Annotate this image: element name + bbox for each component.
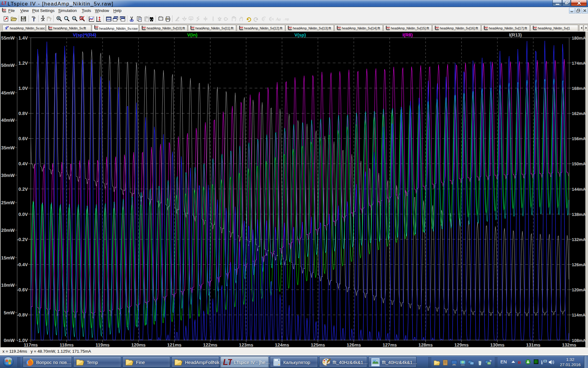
svg-text:LT: LT [223, 358, 232, 367]
svg-text:0.6V: 0.6V [18, 136, 28, 141]
svg-text:125ms: 125ms [311, 343, 325, 347]
svg-text:V(sp): V(sp) [294, 33, 306, 38]
svg-text:168mA: 168mA [572, 86, 586, 91]
svg-text:55mW: 55mW [1, 36, 15, 41]
svg-text:LT: LT [2, 1, 6, 5]
svg-text:0.0V: 0.0V [18, 212, 28, 217]
svg-text:A: A [190, 17, 192, 20]
svg-text:40mW: 40mW [1, 118, 15, 123]
svg-text:123ms: 123ms [239, 343, 253, 347]
svg-text:174mA: 174mA [572, 61, 586, 66]
svg-text:132mA: 132mA [572, 237, 586, 242]
svg-text:5mW: 5mW [4, 310, 15, 316]
svg-text:132ms: 132ms [562, 343, 576, 347]
svg-text:I(R8): I(R8) [402, 33, 413, 38]
svg-text:α: α [518, 359, 521, 365]
svg-text:V(in): V(in) [187, 33, 197, 38]
svg-text:15mW: 15mW [1, 255, 15, 261]
svg-text:1.4V: 1.4V [18, 36, 28, 41]
svg-text:108mA: 108mA [572, 338, 586, 343]
svg-text:120mA: 120mA [572, 287, 586, 292]
svg-text:118ms: 118ms [60, 343, 74, 347]
svg-text:156mA: 156mA [572, 136, 586, 141]
svg-text:138mA: 138mA [572, 212, 586, 217]
svg-text:Aa: Aa [276, 17, 281, 22]
svg-text:-0.2V: -0.2V [17, 237, 28, 242]
svg-text:144mA: 144mA [572, 187, 586, 192]
svg-text:I(R13): I(R13) [509, 33, 522, 38]
svg-text:150mA: 150mA [572, 161, 586, 166]
svg-text:0.2V: 0.2V [18, 187, 28, 192]
svg-text:20mW: 20mW [1, 228, 15, 233]
svg-text:-0.8V: -0.8V [17, 312, 28, 318]
svg-text:0mW: 0mW [4, 338, 15, 343]
svg-text:-0.6V: -0.6V [17, 287, 28, 293]
svg-text:126ms: 126ms [347, 343, 361, 347]
svg-text:45mW: 45mW [1, 90, 15, 96]
svg-text:10mW: 10mW [1, 283, 15, 288]
svg-text:50mW: 50mW [1, 63, 15, 68]
svg-text:119ms: 119ms [96, 343, 110, 347]
svg-text:.op: .op [283, 18, 289, 21]
svg-text:121ms: 121ms [167, 343, 182, 347]
svg-text:129ms: 129ms [454, 343, 469, 347]
svg-text:1.0V: 1.0V [18, 86, 28, 91]
svg-text:-1.0V: -1.0V [17, 338, 28, 343]
svg-text:30mW: 30mW [1, 173, 15, 178]
svg-text:114mA: 114mA [572, 312, 586, 317]
svg-text:1.2V: 1.2V [18, 61, 28, 66]
svg-text:V(sp)*I(R4): V(sp)*I(R4) [73, 33, 96, 38]
svg-text:117ms: 117ms [24, 343, 38, 347]
svg-text:25mW: 25mW [1, 200, 15, 205]
svg-text:180mA: 180mA [572, 36, 586, 40]
svg-text:130ms: 130ms [490, 343, 505, 347]
svg-text:122ms: 122ms [203, 343, 217, 347]
svg-text:127ms: 127ms [383, 343, 397, 347]
svg-text:131ms: 131ms [526, 343, 541, 347]
svg-text:162mA: 162mA [572, 111, 586, 116]
svg-text:35mW: 35mW [1, 145, 15, 151]
svg-text:120ms: 120ms [131, 343, 146, 347]
svg-text:126mA: 126mA [572, 262, 586, 267]
svg-text:128ms: 128ms [418, 343, 433, 347]
svg-text:0.4V: 0.4V [18, 161, 28, 167]
svg-text:-0.4V: -0.4V [17, 262, 28, 267]
svg-text:124ms: 124ms [275, 343, 289, 347]
svg-text:0.8V: 0.8V [18, 111, 28, 116]
